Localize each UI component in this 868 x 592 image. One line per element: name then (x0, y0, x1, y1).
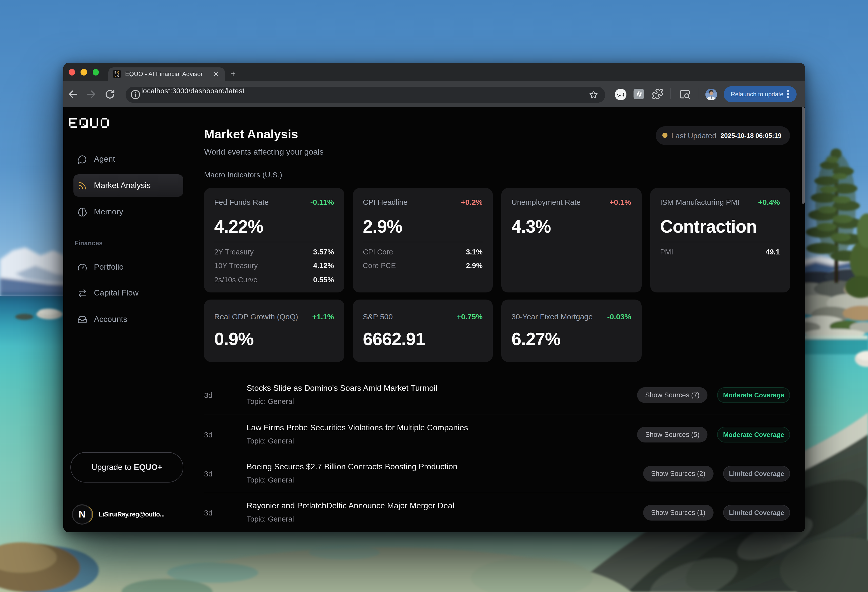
svg-text:U: U (114, 74, 117, 78)
svg-text:O: O (117, 74, 119, 78)
